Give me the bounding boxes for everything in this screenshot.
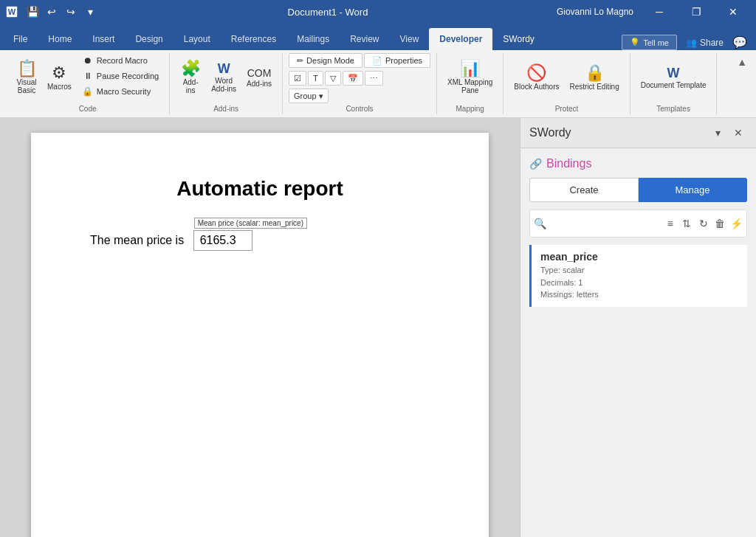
document-page: Automatic report The mean price is Mean … bbox=[31, 133, 489, 537]
ribbon-group-protect: 🚫 Block Authors 🔒 Restrict Editing Prote… bbox=[504, 53, 630, 114]
tab-mailings[interactable]: Mailings bbox=[286, 28, 340, 50]
link-icon: 🔗 bbox=[529, 158, 542, 170]
document-title: Automatic report bbox=[90, 177, 430, 201]
addins-group-label: Add-ins bbox=[176, 103, 276, 114]
swordy-panel-header: SWordy ▾ ✕ bbox=[520, 118, 756, 148]
visual-basic-btn[interactable]: 📋 VisualBasic bbox=[12, 53, 41, 102]
swordy-panel-body: 🔗 Bindings Create Manage 🔍 ≡ ⇅ ↻ 🗑 ⚡ mea… bbox=[520, 148, 756, 537]
restore-btn[interactable]: ❐ bbox=[679, 0, 713, 24]
list-view-btn[interactable]: ≡ bbox=[664, 213, 678, 234]
record-macro-btn[interactable]: ⏺ Record Macro bbox=[78, 53, 163, 68]
ribbon-group-addins: 🧩 Add-ins W WordAdd-ins COM Add-ins Add-… bbox=[170, 53, 283, 114]
comment-btn[interactable]: 💬 bbox=[732, 35, 747, 49]
tab-references[interactable]: References bbox=[221, 28, 286, 50]
pause-recording-btn[interactable]: ⏸ Pause Recording bbox=[78, 69, 163, 83]
tab-layout[interactable]: Layout bbox=[173, 28, 221, 50]
search-bindings-btn[interactable]: 🔍 bbox=[533, 213, 547, 234]
dropdown-btn[interactable]: ▽ bbox=[325, 71, 341, 86]
swordy-close-btn[interactable]: ✕ bbox=[729, 124, 747, 142]
design-mode-btn[interactable]: ✏ Design Mode bbox=[289, 53, 362, 68]
group-btn[interactable]: Group ▾ bbox=[289, 89, 329, 103]
collapse-ribbon-btn[interactable]: ▲ bbox=[737, 56, 747, 68]
filter-btn[interactable]: ⚡ bbox=[730, 213, 744, 234]
quick-access-more-btn[interactable]: ▾ bbox=[81, 3, 99, 21]
binding-field[interactable]: Mean price (scalar: mean_price) 6165.3 bbox=[193, 230, 252, 251]
tab-swordy[interactable]: SWordy bbox=[492, 28, 544, 50]
undo-btn[interactable]: ↩ bbox=[43, 3, 61, 21]
close-btn[interactable]: ✕ bbox=[716, 0, 750, 24]
word-addins-icon: W bbox=[218, 62, 230, 75]
bindings-section-title: 🔗 Bindings bbox=[529, 157, 747, 170]
binding-decimals: Decimals: 1 bbox=[540, 277, 738, 289]
binding-value: 6165.3 bbox=[200, 234, 236, 246]
xml-mapping-icon: 📊 bbox=[460, 60, 480, 77]
pause-icon: ⏸ bbox=[82, 71, 94, 81]
swordy-panel: SWordy ▾ ✕ 🔗 Bindings Create Manage 🔍 ≡ … bbox=[520, 118, 756, 537]
tell-me-input[interactable]: 💡 Tell me bbox=[622, 35, 677, 50]
tab-developer[interactable]: Developer bbox=[429, 28, 492, 50]
share-btn[interactable]: 👥 Share bbox=[686, 38, 724, 48]
search-bindings-input[interactable] bbox=[550, 218, 661, 229]
titlebar-left: W 💾 ↩ ↪ ▾ bbox=[6, 3, 99, 21]
xml-mapping-btn[interactable]: 📊 XML MappingPane bbox=[443, 53, 497, 102]
tab-design[interactable]: Design bbox=[125, 28, 173, 50]
visual-basic-icon: 📋 bbox=[17, 60, 37, 77]
textbox-btn[interactable]: T bbox=[308, 71, 323, 86]
ribbon: File Home Insert Design Layout Reference… bbox=[0, 24, 756, 118]
checkbox-btn[interactable]: ☑ bbox=[289, 71, 306, 86]
templates-group-content: W Document Template bbox=[636, 53, 711, 103]
app-title: Document1 - Word bbox=[99, 7, 557, 18]
mapping-group-label: Mapping bbox=[443, 103, 497, 114]
tab-insert[interactable]: Insert bbox=[82, 28, 125, 50]
macro-security-btn[interactable]: 🔒 Macro Security bbox=[78, 84, 163, 99]
binding-list-item[interactable]: mean_price Type: scalar Decimals: 1 Miss… bbox=[529, 245, 747, 307]
word-app-icon: W bbox=[6, 6, 18, 18]
protect-group-content: 🚫 Block Authors 🔒 Restrict Editing bbox=[509, 53, 623, 103]
code-group-label: Code bbox=[12, 103, 163, 114]
calendar-btn[interactable]: 📅 bbox=[343, 71, 363, 86]
tab-view[interactable]: View bbox=[390, 28, 430, 50]
binding-item-details: Type: scalar Decimals: 1 Missings: lette… bbox=[540, 264, 738, 301]
more-controls-btn[interactable]: ⋯ bbox=[365, 71, 383, 86]
user-name: Giovanni Lo Magno bbox=[557, 7, 633, 17]
quick-access-toolbar: 💾 ↩ ↪ ▾ bbox=[24, 3, 99, 21]
properties-btn[interactable]: 📄 Properties bbox=[364, 53, 430, 68]
tab-home[interactable]: Home bbox=[38, 28, 82, 50]
com-addins-icon: COM bbox=[247, 68, 272, 78]
macros-btn[interactable]: ⚙ Macros bbox=[43, 53, 76, 102]
minimize-btn[interactable]: ─ bbox=[642, 0, 676, 24]
delete-binding-btn[interactable]: 🗑 bbox=[713, 213, 727, 234]
sort-btn[interactable]: ⇅ bbox=[680, 213, 694, 234]
block-authors-icon: 🚫 bbox=[526, 65, 546, 81]
refresh-btn[interactable]: ↻ bbox=[697, 213, 711, 234]
ribbon-content: 📋 VisualBasic ⚙ Macros ⏺ Record Macro ⏸ … bbox=[0, 50, 756, 117]
swordy-collapse-btn[interactable]: ▾ bbox=[709, 124, 726, 142]
restrict-editing-btn[interactable]: 🔒 Restrict Editing bbox=[565, 53, 623, 102]
tab-file[interactable]: File bbox=[3, 28, 38, 50]
tab-create-btn[interactable]: Create bbox=[529, 178, 639, 202]
restrict-editing-label: Restrict Editing bbox=[569, 83, 619, 91]
word-addins-label: WordAdd-ins bbox=[211, 77, 236, 93]
tab-review[interactable]: Review bbox=[340, 28, 389, 50]
ribbon-group-mapping: 📊 XML MappingPane Mapping bbox=[437, 53, 504, 114]
addins-icon: 🧩 bbox=[181, 60, 201, 77]
addins-btn[interactable]: 🧩 Add-ins bbox=[176, 53, 205, 102]
ribbon-group-code: 📋 VisualBasic ⚙ Macros ⏺ Record Macro ⏸ … bbox=[6, 53, 170, 114]
share-icon: 👥 bbox=[686, 38, 697, 48]
macros-label: Macros bbox=[47, 83, 72, 91]
tab-manage-btn[interactable]: Manage bbox=[639, 178, 747, 202]
text-before-value: The mean price is bbox=[90, 234, 184, 247]
code-group-content: 📋 VisualBasic ⚙ Macros ⏺ Record Macro ⏸ … bbox=[12, 53, 163, 103]
save-btn[interactable]: 💾 bbox=[24, 3, 41, 21]
shield-icon: 🔒 bbox=[82, 86, 94, 97]
swordy-panel-title: SWordy bbox=[529, 126, 571, 139]
word-addins-btn[interactable]: W WordAdd-ins bbox=[207, 53, 241, 102]
swordy-header-controls: ▾ ✕ bbox=[709, 124, 747, 142]
ribbon-group-templates: W Document Template Templates bbox=[630, 53, 718, 114]
ribbon-group-controls: ✏ Design Mode 📄 Properties ☑ T ▽ 📅 bbox=[283, 53, 437, 114]
redo-btn[interactable]: ↪ bbox=[62, 3, 80, 21]
xml-mapping-label: XML MappingPane bbox=[447, 78, 492, 94]
block-authors-btn[interactable]: 🚫 Block Authors bbox=[509, 53, 563, 102]
document-template-btn[interactable]: W Document Template bbox=[636, 53, 711, 102]
com-addins-btn[interactable]: COM Add-ins bbox=[242, 53, 276, 102]
